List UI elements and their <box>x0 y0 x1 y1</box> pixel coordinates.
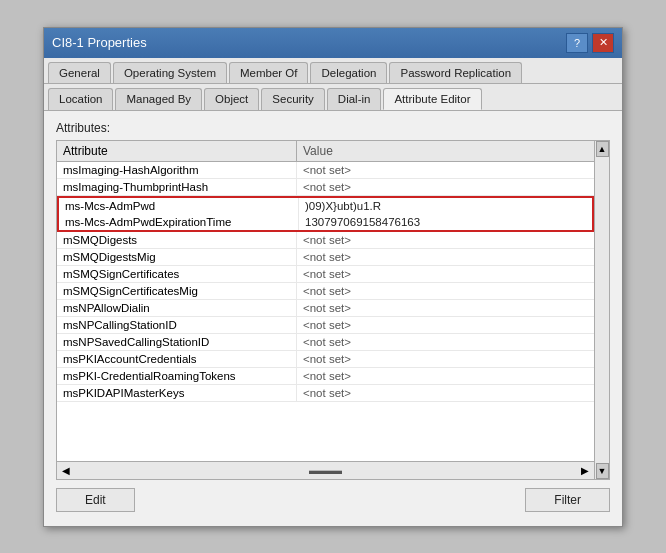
cell-attribute: msNPAllowDialin <box>57 300 297 316</box>
cell-attribute: msImaging-ThumbprintHash <box>57 179 297 195</box>
cell-value: <not set> <box>297 351 594 367</box>
cell-value: <not set> <box>297 162 594 178</box>
scroll-right-btn[interactable]: ▶ <box>576 465 594 476</box>
tab-operating-system[interactable]: Operating System <box>113 62 227 83</box>
table-row[interactable]: msImaging-HashAlgorithm<not set> <box>57 162 594 179</box>
cell-value: <not set> <box>297 385 594 401</box>
close-button[interactable]: ✕ <box>592 33 614 53</box>
scroll-left-btn[interactable]: ◀ <box>57 465 75 476</box>
tabs-row2: Location Managed By Object Security Dial… <box>44 84 622 111</box>
table-row[interactable]: msPKIAccountCredentials<not set> <box>57 351 594 368</box>
vertical-scrollbar[interactable]: ▲ ▼ <box>594 141 609 479</box>
edit-button[interactable]: Edit <box>56 488 135 512</box>
cell-value: <not set> <box>297 179 594 195</box>
tab-location[interactable]: Location <box>48 88 113 110</box>
tab-object[interactable]: Object <box>204 88 259 110</box>
table-row[interactable]: ms-Mcs-AdmPwd)09)X}ubt)u1.R <box>57 196 594 214</box>
horizontal-scrollbar[interactable]: ◀ ▬▬▬ ▶ <box>57 461 594 479</box>
cell-value: <not set> <box>297 334 594 350</box>
table-row[interactable]: msImaging-ThumbprintHash<not set> <box>57 179 594 196</box>
cell-value: 130797069158476163 <box>299 214 592 230</box>
button-row: Edit Filter <box>56 480 610 516</box>
cell-attribute: ms-Mcs-AdmPwd <box>59 198 299 214</box>
cell-attribute: msNPCallingStationID <box>57 317 297 333</box>
table-row[interactable]: mSMQSignCertificatesMig<not set> <box>57 283 594 300</box>
column-header-attribute: Attribute <box>57 141 297 161</box>
cell-value: <not set> <box>297 317 594 333</box>
column-header-value: Value <box>297 141 594 161</box>
table-body[interactable]: msImaging-HashAlgorithm<not set>msImagin… <box>57 162 594 461</box>
scroll-down-btn[interactable]: ▼ <box>596 463 609 479</box>
table-row[interactable]: msPKI-CredentialRoamingTokens<not set> <box>57 368 594 385</box>
filter-button[interactable]: Filter <box>525 488 610 512</box>
cell-attribute: msImaging-HashAlgorithm <box>57 162 297 178</box>
cell-value: )09)X}ubt)u1.R <box>299 198 592 214</box>
cell-attribute: mSMQDigests <box>57 232 297 248</box>
table-row[interactable]: msNPAllowDialin<not set> <box>57 300 594 317</box>
tab-password-replication[interactable]: Password Replication <box>389 62 522 83</box>
cell-value: <not set> <box>297 283 594 299</box>
scroll-track-vertical <box>596 157 609 463</box>
cell-value: <not set> <box>297 266 594 282</box>
cell-value: <not set> <box>297 368 594 384</box>
help-button[interactable]: ? <box>566 33 588 53</box>
content-area: Attributes: Attribute Value msImaging-Ha… <box>44 111 622 526</box>
tab-attribute-editor[interactable]: Attribute Editor <box>383 88 481 110</box>
table-row[interactable]: mSMQSignCertificates<not set> <box>57 266 594 283</box>
tab-general[interactable]: General <box>48 62 111 83</box>
cell-value: <not set> <box>297 249 594 265</box>
scroll-track: ▬▬▬ <box>75 464 576 476</box>
cell-attribute: msPKIDAPIMasterKeys <box>57 385 297 401</box>
tabs-row1: General Operating System Member Of Deleg… <box>44 58 622 84</box>
table-row[interactable]: msNPSavedCallingStationID<not set> <box>57 334 594 351</box>
properties-window: CI8-1 Properties ? ✕ General Operating S… <box>43 27 623 527</box>
table-row[interactable]: mSMQDigestsMig<not set> <box>57 249 594 266</box>
cell-attribute: ms-Mcs-AdmPwdExpirationTime <box>59 214 299 230</box>
title-bar: CI8-1 Properties ? ✕ <box>44 28 622 58</box>
cell-attribute: mSMQDigestsMig <box>57 249 297 265</box>
attributes-table: Attribute Value msImaging-HashAlgorithm<… <box>57 141 594 479</box>
cell-attribute: msNPSavedCallingStationID <box>57 334 297 350</box>
window-title: CI8-1 Properties <box>52 35 147 50</box>
cell-attribute: mSMQSignCertificates <box>57 266 297 282</box>
tab-security[interactable]: Security <box>261 88 325 110</box>
title-bar-buttons: ? ✕ <box>566 33 614 53</box>
attributes-label: Attributes: <box>56 121 610 135</box>
cell-attribute: msPKIAccountCredentials <box>57 351 297 367</box>
cell-value: <not set> <box>297 232 594 248</box>
table-header: Attribute Value <box>57 141 594 162</box>
cell-value: <not set> <box>297 300 594 316</box>
table-row[interactable]: mSMQDigests<not set> <box>57 232 594 249</box>
tab-member-of[interactable]: Member Of <box>229 62 309 83</box>
table-row[interactable]: msNPCallingStationID<not set> <box>57 317 594 334</box>
tab-dial-in[interactable]: Dial-in <box>327 88 382 110</box>
cell-attribute: msPKI-CredentialRoamingTokens <box>57 368 297 384</box>
table-row[interactable]: msPKIDAPIMasterKeys<not set> <box>57 385 594 402</box>
tab-delegation[interactable]: Delegation <box>310 62 387 83</box>
cell-attribute: mSMQSignCertificatesMig <box>57 283 297 299</box>
scroll-up-btn[interactable]: ▲ <box>596 141 609 157</box>
table-row[interactable]: ms-Mcs-AdmPwdExpirationTime1307970691584… <box>57 214 594 232</box>
tab-managed-by[interactable]: Managed By <box>115 88 202 110</box>
